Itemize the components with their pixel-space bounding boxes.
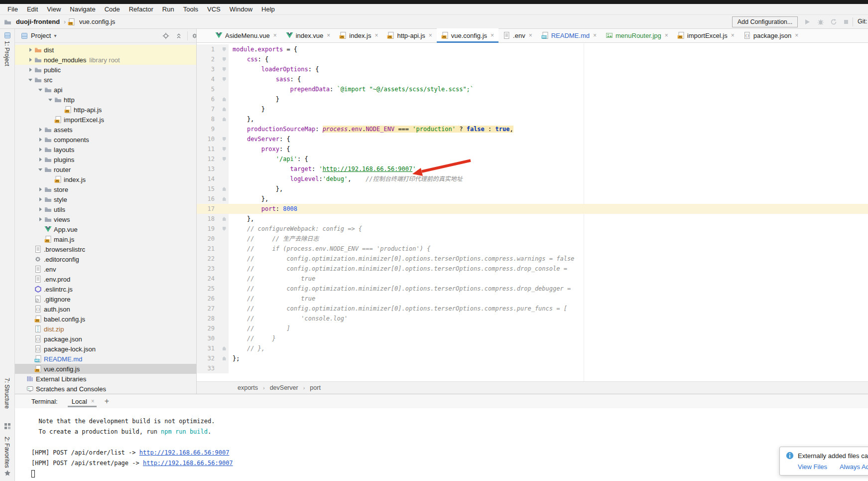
code-line-16[interactable]: 16 }, [197, 194, 868, 204]
code-line-23[interactable]: 23 // config.optimization.minimizer[0].o… [197, 264, 868, 274]
close-icon[interactable]: × [593, 32, 597, 38]
menu-navigate[interactable]: Navigate [65, 4, 100, 14]
new-terminal-icon[interactable]: + [105, 397, 109, 406]
stop-icon[interactable] [843, 18, 850, 25]
fold-marker-icon[interactable] [220, 104, 229, 114]
code-line-24[interactable]: 24 // true [197, 274, 868, 284]
stripe-favorites-button[interactable]: 2: Favorites [3, 437, 10, 468]
close-icon[interactable]: × [795, 32, 798, 38]
editor-tab-http-api.js[interactable]: JShttp-api.js× [382, 28, 436, 42]
project-panel-title[interactable]: Project [31, 32, 51, 39]
code-line-1[interactable]: 1module.exports = { [197, 44, 868, 54]
code-line-25[interactable]: 25 // config.optimization.minimizer[0].o… [197, 284, 868, 294]
tree-item-router[interactable]: router [15, 164, 197, 174]
chevron-right-icon[interactable] [36, 186, 44, 193]
tree-item-api[interactable]: api [15, 85, 197, 95]
menu-refactor[interactable]: Refactor [124, 4, 158, 14]
chevron-right-icon[interactable] [26, 56, 34, 63]
code-line-5[interactable]: 5 prependData: `@import "~@/assets/scss/… [197, 84, 868, 94]
terminal-link[interactable]: http://192.168.66.56:9007 [139, 449, 230, 456]
code-line-2[interactable]: 2 css: { [197, 54, 868, 64]
code-line-31[interactable]: 31 // }, [197, 343, 868, 353]
tree-item-style[interactable]: style [15, 194, 197, 204]
fold-marker-icon[interactable] [220, 184, 229, 194]
chevron-right-icon[interactable] [36, 206, 44, 213]
tree-item-components[interactable]: components [15, 135, 197, 145]
tree-item-dist.zip[interactable]: dist.zip [15, 324, 197, 334]
terminal-prompt-line[interactable] [31, 469, 868, 479]
editor-breadcrumb-exports[interactable]: exports [238, 384, 258, 391]
locate-file-icon[interactable] [162, 32, 169, 39]
terminal-output[interactable]: Note that the development build is not o… [15, 408, 868, 479]
fold-marker-icon[interactable] [220, 144, 229, 154]
editor-tab-index.vue[interactable]: index.vue× [281, 28, 335, 42]
tree-item-dist[interactable]: dist [15, 45, 197, 55]
tree-item-.eslintrc.js[interactable]: .eslintrc.js [15, 284, 197, 294]
close-icon[interactable]: × [429, 32, 432, 38]
tree-item-assets[interactable]: assets [15, 125, 197, 135]
code-line-4[interactable]: 4 sass: { [197, 74, 868, 84]
editor-tab-index.js[interactable]: JSindex.js× [335, 28, 382, 42]
code-editor[interactable]: 1module.exports = {2 css: {3 loaderOptio… [197, 43, 868, 396]
tree-item-package.json[interactable]: {}package.json [15, 334, 197, 344]
debug-icon[interactable] [817, 18, 824, 25]
fold-marker-icon[interactable] [220, 54, 229, 64]
gear-icon[interactable] [191, 32, 197, 39]
close-icon[interactable]: × [327, 32, 330, 38]
code-line-29[interactable]: 29 // ] [197, 323, 868, 333]
chevron-down-icon[interactable]: ▾ [54, 33, 56, 38]
fold-marker-icon[interactable] [220, 353, 229, 363]
editor-tab-AsideMenu.vue[interactable]: AsideMenu.vue× [211, 28, 281, 42]
project-tool-icon[interactable] [4, 32, 11, 39]
editor-tab-menuRouter.jpg[interactable]: menuRouter.jpg× [601, 28, 673, 42]
fold-marker-icon[interactable] [220, 194, 229, 204]
close-icon[interactable]: × [731, 32, 735, 38]
fold-marker-icon[interactable] [220, 154, 229, 164]
tree-item-babel.config.js[interactable]: JSbabel.config.js [15, 314, 197, 324]
chevron-right-icon[interactable] [26, 46, 34, 53]
tree-item-utils[interactable]: utils [15, 204, 197, 214]
tree-item-.env.prod[interactable]: .env.prod [15, 274, 197, 284]
close-icon[interactable]: × [91, 398, 95, 405]
menu-tools[interactable]: Tools [179, 4, 203, 14]
tree-item-http-api.js[interactable]: JShttp-api.js [15, 105, 197, 115]
tree-item-plugins[interactable]: plugins [15, 155, 197, 164]
menu-file[interactable]: File [3, 4, 22, 14]
fold-marker-icon[interactable] [220, 214, 229, 224]
code-line-19[interactable]: 19 // configureWebpack: config => { [197, 224, 868, 234]
chevron-right-icon[interactable] [36, 136, 44, 143]
coverage-icon[interactable] [830, 18, 837, 25]
editor-tab-vue.config.js[interactable]: JSvue.config.js× [437, 28, 498, 42]
terminal-tab-local[interactable]: Local × [71, 394, 97, 408]
chevron-right-icon[interactable] [36, 196, 44, 203]
fold-marker-icon[interactable] [220, 64, 229, 74]
tree-item-auth.json[interactable]: {}auth.json [15, 304, 197, 314]
tree-item-vue.config.js[interactable]: JSvue.config.js [15, 364, 197, 374]
tree-item-layouts[interactable]: layouts [15, 145, 197, 155]
code-line-11[interactable]: 11 proxy: { [197, 144, 868, 154]
code-line-27[interactable]: 27 // config.optimization.minimizer[0].o… [197, 304, 868, 314]
code-line-33[interactable]: 33 [197, 363, 868, 373]
code-line-9[interactable]: 9 productionSourceMap: process.env.NODE_… [197, 124, 868, 134]
code-line-32[interactable]: 32}; [197, 353, 868, 363]
code-line-13[interactable]: 13 target: 'http://192.168.66.56:9007', [197, 164, 868, 174]
editor-tab-importExcel.js[interactable]: JSimportExcel.js× [673, 28, 739, 42]
code-line-22[interactable]: 22 // config.optimization.minimizer[0].o… [197, 254, 868, 264]
tree-item-.gitignore[interactable]: .gitignore [15, 294, 197, 304]
editor-tab-.env[interactable]: .env× [498, 28, 537, 42]
fold-marker-icon[interactable] [220, 94, 229, 104]
code-line-7[interactable]: 7 } [197, 104, 868, 114]
tree-item-views[interactable]: views [15, 214, 197, 224]
fold-marker-icon[interactable] [220, 224, 229, 234]
code-line-18[interactable]: 18 }, [197, 214, 868, 224]
fold-marker-icon[interactable] [220, 74, 229, 84]
collapse-all-icon[interactable] [175, 32, 182, 39]
chevron-right-icon[interactable] [26, 66, 34, 73]
tree-item-README.md[interactable]: MDREADME.md [15, 354, 197, 364]
terminal-link[interactable]: http://192.168.66.56:9007 [143, 460, 233, 467]
tree-item-http[interactable]: http [15, 95, 197, 105]
code-line-30[interactable]: 30 // } [197, 333, 868, 343]
chevron-down-icon[interactable] [46, 96, 54, 103]
code-line-15[interactable]: 15 }, [197, 184, 868, 194]
close-icon[interactable]: × [374, 32, 378, 38]
